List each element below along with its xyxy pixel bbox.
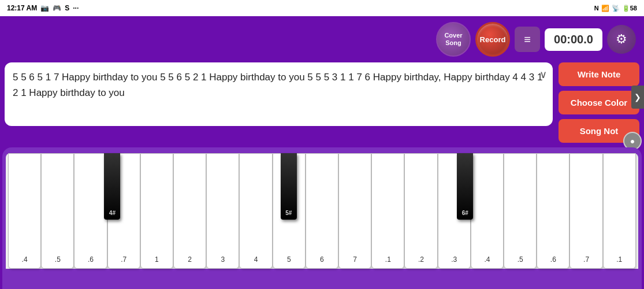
piano-keys-container: .4.5.6.71234567.1.2.3.4.5.6.7.1 4#5#6#1#…	[6, 153, 638, 269]
time-display: 12:17 AM	[7, 4, 37, 12]
black-key-1[interactable]: 5#	[281, 153, 297, 220]
white-key-5[interactable]: 2	[173, 153, 206, 269]
toolbar: Cover Song Record ≡ 00:00.0 ⚙	[0, 16, 644, 62]
settings-button[interactable]: ⚙	[607, 25, 636, 54]
sim-icon: S	[65, 4, 69, 12]
white-key-9[interactable]: 6	[306, 153, 338, 269]
white-key-11[interactable]: .1	[371, 153, 404, 269]
game-icon: 🎮	[53, 4, 61, 12]
white-key-4[interactable]: 1	[140, 153, 173, 269]
white-keys: .4.5.6.71234567.1.2.3.4.5.6.7.1	[8, 153, 636, 269]
status-left: 12:17 AM 📷 🎮 S ···	[7, 4, 79, 12]
status-right: N 📶 📡 🔋58	[594, 5, 637, 12]
side-arrow-button[interactable]: ❯	[631, 86, 644, 109]
notes-section: 5 5 6 5 1 7 Happy birthday to you 5 5 6 …	[5, 62, 639, 143]
nfc-icon: N	[594, 5, 599, 12]
piano-section: .4.5.6.71234567.1.2.3.4.5.6.7.1 4#5#6#1#…	[2, 147, 642, 289]
choose-color-button[interactable]: Choose Color	[559, 91, 639, 114]
white-key-7[interactable]: 4	[239, 153, 272, 269]
white-key-6[interactable]: 3	[206, 153, 239, 269]
status-bar: 12:17 AM 📷 🎮 S ··· N 📶 📡 🔋58	[0, 0, 644, 16]
list-icon: ≡	[524, 33, 531, 46]
action-buttons: Write Note Choose Color Song Not	[559, 62, 639, 143]
record-button[interactable]: Record	[475, 22, 510, 57]
white-key-1[interactable]: .5	[41, 153, 74, 269]
white-key-0[interactable]: .4	[8, 153, 41, 269]
black-key-2[interactable]: 6#	[457, 153, 473, 220]
gear-icon: ⚙	[616, 32, 627, 47]
white-key-16[interactable]: .6	[537, 153, 569, 269]
white-key-15[interactable]: .5	[504, 153, 537, 269]
cover-song-button[interactable]: Cover Song	[436, 22, 471, 57]
wifi-icon: 📡	[612, 5, 620, 12]
white-key-18[interactable]: .1	[603, 153, 636, 269]
battery-icon: 🔋58	[622, 5, 637, 12]
write-note-button[interactable]: Write Note	[559, 62, 639, 86]
main-area: Cover Song Record ≡ 00:00.0 ⚙ ❯ 5 5 6 5 …	[0, 16, 644, 289]
notes-textarea-wrapper: 5 5 6 5 1 7 Happy birthday to you 5 5 6 …	[5, 62, 553, 126]
dropdown-arrow-icon[interactable]: ∨	[539, 68, 547, 81]
notes-text[interactable]: 5 5 6 5 1 7 Happy birthday to you 5 5 6 …	[13, 69, 545, 101]
white-key-10[interactable]: 7	[338, 153, 371, 269]
black-key-0[interactable]: 4#	[104, 153, 120, 220]
dots-icon: ···	[73, 4, 79, 12]
camera-icon: 📷	[40, 4, 49, 12]
white-key-2[interactable]: .6	[74, 153, 107, 269]
white-key-12[interactable]: .2	[404, 153, 437, 269]
timer-display: 00:00.0	[545, 28, 602, 51]
white-key-14[interactable]: .4	[471, 153, 504, 269]
white-key-17[interactable]: .7	[569, 153, 602, 269]
list-button[interactable]: ≡	[515, 27, 540, 52]
signal-icon: 📶	[601, 5, 609, 12]
